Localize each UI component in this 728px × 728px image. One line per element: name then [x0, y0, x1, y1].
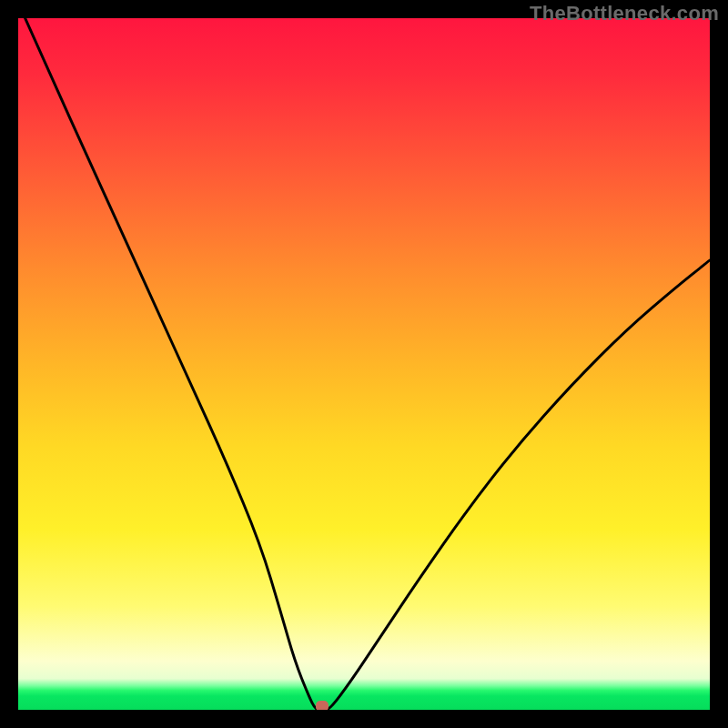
curve-svg: [18, 18, 710, 710]
chart-frame: TheBottleneck.com: [0, 0, 728, 728]
plot-area: [18, 18, 710, 710]
min-point-marker: [316, 701, 329, 710]
watermark-text: TheBottleneck.com: [530, 2, 719, 25]
bottleneck-curve-path: [25, 18, 710, 710]
